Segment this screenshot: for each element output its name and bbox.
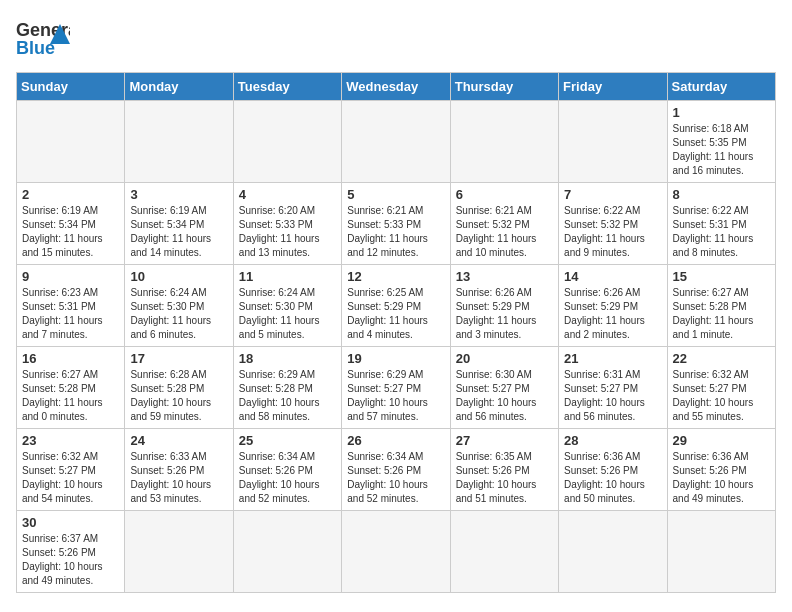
cell-info: Sunrise: 6:36 AM Sunset: 5:26 PM Dayligh…	[673, 450, 770, 506]
weekday-header-friday: Friday	[559, 73, 667, 101]
week-row-5: 30Sunrise: 6:37 AM Sunset: 5:26 PM Dayli…	[17, 511, 776, 593]
calendar-cell: 12Sunrise: 6:25 AM Sunset: 5:29 PM Dayli…	[342, 265, 450, 347]
calendar-cell: 25Sunrise: 6:34 AM Sunset: 5:26 PM Dayli…	[233, 429, 341, 511]
calendar-cell	[17, 101, 125, 183]
calendar-cell: 5Sunrise: 6:21 AM Sunset: 5:33 PM Daylig…	[342, 183, 450, 265]
day-number: 21	[564, 351, 661, 366]
day-number: 18	[239, 351, 336, 366]
calendar-cell: 8Sunrise: 6:22 AM Sunset: 5:31 PM Daylig…	[667, 183, 775, 265]
calendar-table: SundayMondayTuesdayWednesdayThursdayFrid…	[16, 72, 776, 593]
calendar-cell	[233, 511, 341, 593]
calendar-cell: 16Sunrise: 6:27 AM Sunset: 5:28 PM Dayli…	[17, 347, 125, 429]
day-number: 1	[673, 105, 770, 120]
calendar-cell	[450, 101, 558, 183]
cell-info: Sunrise: 6:25 AM Sunset: 5:29 PM Dayligh…	[347, 286, 444, 342]
day-number: 9	[22, 269, 119, 284]
day-number: 8	[673, 187, 770, 202]
calendar-cell: 20Sunrise: 6:30 AM Sunset: 5:27 PM Dayli…	[450, 347, 558, 429]
calendar-cell: 23Sunrise: 6:32 AM Sunset: 5:27 PM Dayli…	[17, 429, 125, 511]
calendar-cell	[125, 511, 233, 593]
cell-info: Sunrise: 6:26 AM Sunset: 5:29 PM Dayligh…	[564, 286, 661, 342]
calendar-cell	[233, 101, 341, 183]
cell-info: Sunrise: 6:20 AM Sunset: 5:33 PM Dayligh…	[239, 204, 336, 260]
cell-info: Sunrise: 6:23 AM Sunset: 5:31 PM Dayligh…	[22, 286, 119, 342]
cell-info: Sunrise: 6:19 AM Sunset: 5:34 PM Dayligh…	[22, 204, 119, 260]
day-number: 28	[564, 433, 661, 448]
calendar-cell	[125, 101, 233, 183]
cell-info: Sunrise: 6:32 AM Sunset: 5:27 PM Dayligh…	[22, 450, 119, 506]
calendar-cell: 28Sunrise: 6:36 AM Sunset: 5:26 PM Dayli…	[559, 429, 667, 511]
calendar-cell: 29Sunrise: 6:36 AM Sunset: 5:26 PM Dayli…	[667, 429, 775, 511]
day-number: 19	[347, 351, 444, 366]
calendar-cell	[667, 511, 775, 593]
calendar-cell: 30Sunrise: 6:37 AM Sunset: 5:26 PM Dayli…	[17, 511, 125, 593]
day-number: 7	[564, 187, 661, 202]
cell-info: Sunrise: 6:21 AM Sunset: 5:33 PM Dayligh…	[347, 204, 444, 260]
cell-info: Sunrise: 6:27 AM Sunset: 5:28 PM Dayligh…	[22, 368, 119, 424]
logo-icon: General Blue	[16, 16, 70, 60]
calendar-cell: 7Sunrise: 6:22 AM Sunset: 5:32 PM Daylig…	[559, 183, 667, 265]
day-number: 23	[22, 433, 119, 448]
calendar-cell: 17Sunrise: 6:28 AM Sunset: 5:28 PM Dayli…	[125, 347, 233, 429]
day-number: 26	[347, 433, 444, 448]
cell-info: Sunrise: 6:32 AM Sunset: 5:27 PM Dayligh…	[673, 368, 770, 424]
week-row-4: 23Sunrise: 6:32 AM Sunset: 5:27 PM Dayli…	[17, 429, 776, 511]
cell-info: Sunrise: 6:19 AM Sunset: 5:34 PM Dayligh…	[130, 204, 227, 260]
day-number: 24	[130, 433, 227, 448]
cell-info: Sunrise: 6:27 AM Sunset: 5:28 PM Dayligh…	[673, 286, 770, 342]
day-number: 27	[456, 433, 553, 448]
week-row-0: 1Sunrise: 6:18 AM Sunset: 5:35 PM Daylig…	[17, 101, 776, 183]
calendar-cell: 2Sunrise: 6:19 AM Sunset: 5:34 PM Daylig…	[17, 183, 125, 265]
calendar-cell: 13Sunrise: 6:26 AM Sunset: 5:29 PM Dayli…	[450, 265, 558, 347]
day-number: 10	[130, 269, 227, 284]
day-number: 11	[239, 269, 336, 284]
day-number: 17	[130, 351, 227, 366]
cell-info: Sunrise: 6:36 AM Sunset: 5:26 PM Dayligh…	[564, 450, 661, 506]
day-number: 14	[564, 269, 661, 284]
header: General Blue	[16, 16, 776, 60]
weekday-header-wednesday: Wednesday	[342, 73, 450, 101]
cell-info: Sunrise: 6:21 AM Sunset: 5:32 PM Dayligh…	[456, 204, 553, 260]
logo: General Blue	[16, 16, 70, 60]
day-number: 12	[347, 269, 444, 284]
day-number: 15	[673, 269, 770, 284]
day-number: 2	[22, 187, 119, 202]
weekday-header-monday: Monday	[125, 73, 233, 101]
calendar-cell: 6Sunrise: 6:21 AM Sunset: 5:32 PM Daylig…	[450, 183, 558, 265]
day-number: 13	[456, 269, 553, 284]
cell-info: Sunrise: 6:30 AM Sunset: 5:27 PM Dayligh…	[456, 368, 553, 424]
calendar-cell: 9Sunrise: 6:23 AM Sunset: 5:31 PM Daylig…	[17, 265, 125, 347]
calendar-cell: 3Sunrise: 6:19 AM Sunset: 5:34 PM Daylig…	[125, 183, 233, 265]
calendar-cell	[559, 511, 667, 593]
week-row-1: 2Sunrise: 6:19 AM Sunset: 5:34 PM Daylig…	[17, 183, 776, 265]
calendar-cell: 10Sunrise: 6:24 AM Sunset: 5:30 PM Dayli…	[125, 265, 233, 347]
cell-info: Sunrise: 6:29 AM Sunset: 5:28 PM Dayligh…	[239, 368, 336, 424]
cell-info: Sunrise: 6:34 AM Sunset: 5:26 PM Dayligh…	[347, 450, 444, 506]
day-number: 20	[456, 351, 553, 366]
cell-info: Sunrise: 6:22 AM Sunset: 5:32 PM Dayligh…	[564, 204, 661, 260]
cell-info: Sunrise: 6:24 AM Sunset: 5:30 PM Dayligh…	[130, 286, 227, 342]
weekday-header-tuesday: Tuesday	[233, 73, 341, 101]
day-number: 16	[22, 351, 119, 366]
calendar-cell: 27Sunrise: 6:35 AM Sunset: 5:26 PM Dayli…	[450, 429, 558, 511]
calendar-cell: 24Sunrise: 6:33 AM Sunset: 5:26 PM Dayli…	[125, 429, 233, 511]
calendar-cell: 18Sunrise: 6:29 AM Sunset: 5:28 PM Dayli…	[233, 347, 341, 429]
cell-info: Sunrise: 6:28 AM Sunset: 5:28 PM Dayligh…	[130, 368, 227, 424]
day-number: 6	[456, 187, 553, 202]
weekday-header-thursday: Thursday	[450, 73, 558, 101]
calendar-cell: 21Sunrise: 6:31 AM Sunset: 5:27 PM Dayli…	[559, 347, 667, 429]
weekday-header-row: SundayMondayTuesdayWednesdayThursdayFrid…	[17, 73, 776, 101]
cell-info: Sunrise: 6:33 AM Sunset: 5:26 PM Dayligh…	[130, 450, 227, 506]
calendar-cell: 15Sunrise: 6:27 AM Sunset: 5:28 PM Dayli…	[667, 265, 775, 347]
calendar-cell	[342, 511, 450, 593]
week-row-3: 16Sunrise: 6:27 AM Sunset: 5:28 PM Dayli…	[17, 347, 776, 429]
weekday-header-sunday: Sunday	[17, 73, 125, 101]
calendar-cell: 1Sunrise: 6:18 AM Sunset: 5:35 PM Daylig…	[667, 101, 775, 183]
calendar-cell	[342, 101, 450, 183]
day-number: 30	[22, 515, 119, 530]
day-number: 5	[347, 187, 444, 202]
day-number: 4	[239, 187, 336, 202]
cell-info: Sunrise: 6:18 AM Sunset: 5:35 PM Dayligh…	[673, 122, 770, 178]
svg-text:Blue: Blue	[16, 38, 55, 58]
weekday-header-saturday: Saturday	[667, 73, 775, 101]
